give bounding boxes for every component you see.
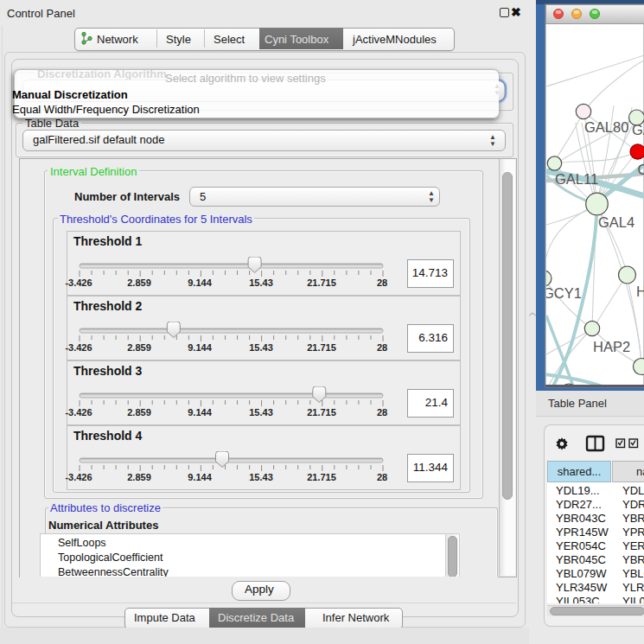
svg-text:GA: GA <box>632 122 644 137</box>
svg-text:H: H <box>636 284 644 299</box>
svg-text:GAL4: GAL4 <box>598 214 634 230</box>
svg-text:HAP2: HAP2 <box>593 339 630 354</box>
svg-text:GAL11: GAL11 <box>555 171 598 187</box>
svg-text:GAL80: GAL80 <box>584 119 628 135</box>
svg-text:GCY1: GCY1 <box>543 285 582 301</box>
svg-text:C: C <box>638 162 644 177</box>
